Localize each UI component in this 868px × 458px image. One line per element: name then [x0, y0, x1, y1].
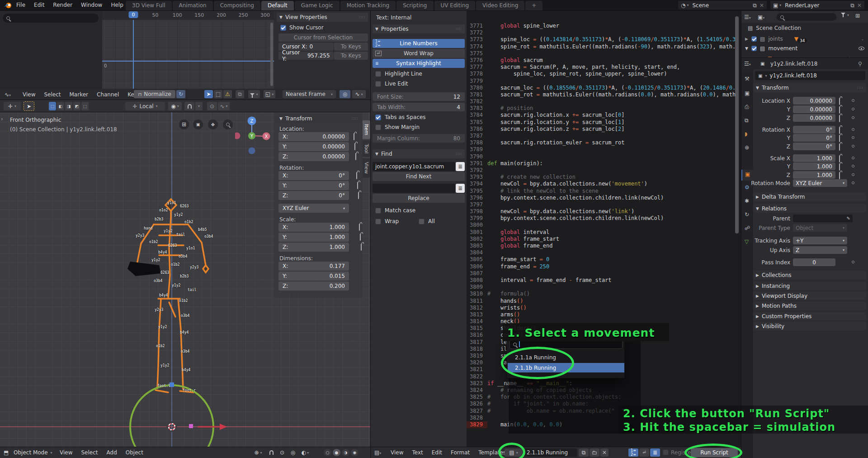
replace-button[interactable]: Replace	[373, 194, 465, 203]
tracking-axis-dropdown[interactable]: +Y▾	[793, 237, 847, 244]
menu-help[interactable]: Help	[111, 2, 123, 8]
transform-value-field[interactable]: X:1.000	[278, 223, 349, 232]
syntax-highlight-toggle[interactable]: ≣ Syntax Highlight	[373, 59, 465, 68]
lock-icon[interactable]	[839, 163, 840, 171]
lock-icon[interactable]	[361, 243, 362, 251]
tab-width-field[interactable]: Tab Width:4	[373, 103, 465, 111]
decorator-icon[interactable]	[852, 99, 854, 102]
lock-icon[interactable]	[839, 115, 840, 122]
new-text-icon[interactable]: ⧉	[579, 448, 589, 457]
playhead-line[interactable]	[133, 11, 134, 89]
find-panel-header[interactable]: ▼Find∷∷	[373, 149, 465, 158]
footer-word-wrap-icon[interactable]: ⏎	[639, 448, 649, 457]
cursor-y-field[interactable]: Cursor Y: 957.255	[278, 52, 334, 60]
viewport-3d[interactable]: › Front Orthographic (0) Scene Collectio…	[0, 112, 371, 447]
menu-format[interactable]: Format	[451, 449, 470, 456]
overlays-icon[interactable]: ◐▾	[299, 448, 311, 457]
transform-orientation-icon[interactable]: ⊕▾	[251, 448, 265, 457]
scene-name[interactable]: Scene	[689, 2, 751, 9]
code-line[interactable]: 3789	[467, 146, 736, 153]
row-label[interactable]: movement	[768, 45, 797, 52]
expand-icon[interactable]: ▶	[745, 37, 748, 41]
mode-dropdown[interactable]: Object Mode▾	[14, 449, 52, 456]
panel-grip-icon[interactable]: ∷∷	[359, 15, 365, 19]
scene-selector[interactable]: ◔ ▾ Scene ⧉ ✕	[678, 1, 767, 10]
all-row[interactable]: All	[419, 218, 435, 224]
transform-value-field[interactable]: Z:1.000	[278, 243, 349, 252]
frame-markers-icon[interactable]: ⬚	[214, 90, 222, 98]
lock-icon[interactable]	[839, 106, 840, 114]
workspace-tab-scripting[interactable]: Scripting	[396, 1, 433, 10]
cursor-edit-icon[interactable]: ➤	[204, 90, 213, 98]
select-box-tool-icon[interactable]: ⬚	[49, 102, 56, 110]
eyedropper-icon[interactable]: ✎	[847, 216, 850, 221]
eye-icon[interactable]	[859, 47, 864, 50]
replace-history-icon[interactable]: ≣	[456, 184, 465, 193]
chevron-down-icon[interactable]: ⌄	[861, 37, 864, 41]
to-keys-button[interactable]: To Keys	[334, 43, 368, 51]
wrap-row[interactable]: Wrap	[375, 218, 399, 224]
menu-select[interactable]: Select	[81, 449, 98, 456]
gizmo-toggle-icon[interactable]: ◎	[288, 448, 297, 457]
shading-material-icon[interactable]: ◑	[342, 449, 349, 456]
show-cursor-checkbox[interactable]	[280, 25, 286, 31]
pin-icon[interactable]: ⚲	[858, 61, 862, 67]
open-text-icon[interactable]: 🗀	[590, 448, 599, 457]
collapse-icon[interactable]: ▼	[745, 46, 748, 51]
match-case-checkbox[interactable]	[375, 208, 381, 214]
menu-add[interactable]: Add	[107, 449, 117, 456]
code-line[interactable]: 3773 spine_loc = ((0.143814/0.351173)*A,…	[467, 36, 736, 43]
code-line[interactable]: 3809	[467, 284, 736, 291]
warning-icon[interactable]: ⚠	[223, 90, 232, 98]
menu-text[interactable]: Text	[412, 449, 423, 456]
lock-icon[interactable]	[358, 192, 359, 199]
code-scrollbar[interactable]	[735, 16, 739, 234]
lock-icon[interactable]	[359, 224, 360, 231]
decorator-icon[interactable]	[852, 116, 854, 119]
code-line[interactable]: 3777 sacrum = Sacrum(P, A, move, part, h…	[467, 64, 736, 71]
shading-rendered-icon[interactable]: ◉	[351, 449, 359, 456]
menu-marker[interactable]: Marker	[70, 91, 88, 98]
code-line[interactable]: 3791def main(origin):	[467, 160, 736, 167]
object-name-value[interactable]: y1y2.link.left.018	[769, 72, 816, 79]
cursor-from-selection-button[interactable]: Cursor from Selection	[278, 33, 368, 42]
decorator-icon[interactable]	[852, 173, 854, 176]
ghost-curves-icon[interactable]: ⧉	[236, 90, 244, 98]
find-input[interactable]: joint.copper.y1o1.sacrum	[373, 162, 455, 171]
property-value-field[interactable]: 1.000	[793, 171, 835, 179]
decorator-icon[interactable]	[852, 145, 854, 148]
code-line[interactable]: 3801 global interval	[467, 229, 736, 236]
code-line[interactable]: 3810# formula()	[467, 291, 736, 297]
properties-panel-header[interactable]: ▼Properties∷∷	[373, 24, 465, 33]
code-line[interactable]: 3803 global frame_end	[467, 243, 736, 249]
select-invert-tool-icon[interactable]: ◩	[73, 102, 80, 110]
code-line[interactable]: 3813 arms()	[467, 311, 736, 318]
code-line[interactable]: 3783 # position	[467, 105, 736, 112]
code-line[interactable]: 3802 global frame_start	[467, 236, 736, 243]
menu-window[interactable]: Window	[81, 2, 102, 8]
tool-mode-icon[interactable]: ✛▾	[4, 102, 21, 110]
menu-edit[interactable]: Edit	[432, 449, 442, 456]
workspace-tab-animation[interactable]: Animation	[173, 1, 213, 10]
live-edit-row[interactable]: Live Edit	[375, 81, 408, 87]
code-line[interactable]: 3790	[467, 153, 736, 160]
snap-options-icon[interactable]: ▾	[195, 102, 203, 110]
rotation-order-dropdown[interactable]: XYZ Euler▾	[278, 204, 349, 213]
channel-search-input[interactable]	[3, 14, 99, 23]
code-line[interactable]: 3806 frame_end = 250	[467, 263, 736, 270]
show-cursor-row[interactable]: Show Cursor	[280, 24, 324, 31]
tabs-as-spaces-checkbox[interactable]	[375, 114, 381, 120]
code-line[interactable]: 3792	[467, 167, 736, 174]
active-tool-icon[interactable]: ➤	[24, 101, 34, 111]
outliner-row-joints[interactable]: ▶ ▤ joints ▼ 34 ⌄	[745, 35, 864, 43]
property-value-field[interactable]: 0°	[793, 134, 835, 142]
wrap-checkbox[interactable]	[375, 219, 381, 224]
property-value-field[interactable]: 0.00000	[793, 97, 835, 105]
panel-motion-paths[interactable]: ▶Motion Paths	[753, 301, 866, 310]
menu-view[interactable]: View	[60, 449, 72, 456]
auto-snap-dropdown[interactable]: Nearest Frame▾	[283, 90, 336, 98]
footer-syntax-icon[interactable]: ≣	[650, 448, 660, 457]
lock-icon[interactable]	[355, 153, 356, 160]
tab-tool[interactable]: Tool	[363, 140, 370, 157]
find-next-button[interactable]: Find Next	[373, 172, 465, 181]
